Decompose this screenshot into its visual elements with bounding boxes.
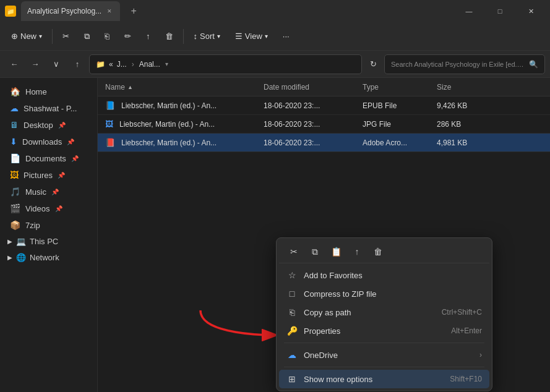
address-j: J... bbox=[117, 60, 127, 69]
down-button[interactable]: ∨ bbox=[47, 55, 66, 74]
sidebar-item-shashwat[interactable]: ☁ Shashwat - P... bbox=[2, 100, 95, 116]
ctx-paste-button[interactable]: 📋 bbox=[326, 243, 346, 260]
delete-button[interactable]: 🗑 bbox=[159, 26, 179, 47]
new-button[interactable]: ⊕ New ▾ bbox=[5, 26, 48, 47]
cut-button[interactable]: ✂ bbox=[56, 26, 75, 47]
column-date-header[interactable]: Date modified bbox=[264, 83, 363, 92]
column-type-header[interactable]: Type bbox=[363, 83, 437, 92]
sidebar-item-downloads-label: Downloads bbox=[22, 137, 62, 147]
7zip-icon: 📦 bbox=[10, 220, 20, 230]
address-part-1: « bbox=[109, 60, 113, 69]
ctx-share-button[interactable]: ↑ bbox=[347, 243, 367, 260]
sidebar-item-desktop-label: Desktop bbox=[24, 121, 53, 130]
active-tab[interactable]: Analytical Psycholog... ✕ bbox=[21, 1, 120, 21]
pin-icon-6: 📌 bbox=[55, 205, 62, 212]
file-date-1: 18-06-2020 23:... bbox=[264, 120, 363, 129]
properties-icon: 🔑 bbox=[286, 326, 298, 336]
col-type-label: Type bbox=[363, 83, 379, 92]
sidebar-item-downloads[interactable]: ⬇ Downloads 📌 bbox=[2, 134, 95, 150]
documents-icon: 📄 bbox=[10, 153, 20, 163]
copy-icon: ⧉ bbox=[84, 32, 90, 41]
main-content: 🏠 Home ☁ Shashwat - P... 🖥 Desktop 📌 ⬇ D… bbox=[0, 78, 550, 392]
ctx-onedrive[interactable]: ☁ OneDrive › bbox=[279, 346, 489, 364]
pictures-icon: 🖼 bbox=[10, 170, 19, 180]
ctx-divider-2 bbox=[284, 367, 484, 367]
sidebar-item-home-label: Home bbox=[25, 87, 47, 96]
refresh-button[interactable]: ↻ bbox=[364, 56, 382, 73]
view-dropdown-icon: ▾ bbox=[265, 33, 268, 40]
pin-icon: 📌 bbox=[58, 122, 66, 129]
ctx-add-to-favorites[interactable]: ☆ Add to Favorites bbox=[279, 266, 489, 284]
pdf-icon-2: 📕 bbox=[105, 138, 115, 147]
column-name-header[interactable]: Name ▲ bbox=[103, 83, 264, 92]
rename-button[interactable]: ✏ bbox=[118, 26, 137, 47]
maximize-button[interactable]: □ bbox=[486, 2, 514, 20]
file-name-0: 📘 Liebscher, Martin (ed.) - An... bbox=[103, 101, 264, 110]
more-icon: ··· bbox=[283, 32, 290, 41]
ctx-compress-zip[interactable]: □ Compress to ZIP file bbox=[279, 284, 489, 303]
expand-icon: ▶ bbox=[7, 238, 12, 245]
folder-icon: 📁 bbox=[96, 60, 105, 69]
back-button[interactable]: ← bbox=[5, 55, 24, 74]
add-tab-button[interactable]: + bbox=[125, 2, 142, 20]
sort-label: Sort bbox=[200, 32, 215, 41]
ctx-onedrive-label: OneDrive bbox=[304, 351, 473, 360]
sort-button[interactable]: ↕ Sort ▾ bbox=[187, 26, 226, 47]
arrow-indicator bbox=[194, 304, 281, 341]
cut-icon: ✂ bbox=[62, 32, 69, 41]
ctx-copy-as-path-shortcut: Ctrl+Shift+C bbox=[442, 308, 482, 317]
close-button[interactable]: ✕ bbox=[517, 2, 545, 20]
file-row-1[interactable]: 🖼 Liebscher, Martin (ed.) - An... 18-06-… bbox=[98, 115, 550, 134]
pin-icon-5: 📌 bbox=[51, 189, 59, 195]
sidebar-item-pictures[interactable]: 🖼 Pictures 📌 bbox=[2, 167, 95, 183]
ctx-show-more-options-label: Show more options bbox=[304, 375, 444, 384]
tab-close-button[interactable]: ✕ bbox=[105, 7, 114, 15]
search-icon: 🔍 bbox=[529, 60, 538, 69]
address-bar[interactable]: 📁 « J... › Anal... ▾ bbox=[89, 54, 362, 74]
more-options-icon: ⊞ bbox=[286, 374, 298, 384]
search-bar[interactable]: Search Analytical Psychology in Exile [e… bbox=[384, 54, 545, 74]
music-icon: 🎵 bbox=[10, 187, 20, 197]
sidebar-item-videos-label: Videos bbox=[25, 204, 50, 213]
sidebar-section-this-pc[interactable]: ▶ 💻 This PC bbox=[2, 234, 95, 249]
epub-icon-0: 📘 bbox=[105, 101, 115, 110]
sidebar-this-pc-label: This PC bbox=[30, 237, 58, 246]
sidebar-item-7zip[interactable]: 📦 7zip bbox=[2, 217, 95, 233]
file-row-2[interactable]: 📕 Liebscher, Martin (ed.) - An... 18-06-… bbox=[98, 134, 550, 152]
ctx-copy-as-path[interactable]: ⎗ Copy as path Ctrl+Shift+C bbox=[279, 303, 489, 322]
file-size-1: 286 KB bbox=[437, 120, 486, 129]
paste-button[interactable]: ⎗ bbox=[98, 26, 116, 47]
file-size-0: 9,426 KB bbox=[437, 101, 486, 110]
up-button[interactable]: ↑ bbox=[68, 55, 87, 74]
ctx-cut-button[interactable]: ✂ bbox=[284, 243, 304, 260]
cloud-icon: ☁ bbox=[10, 103, 19, 113]
file-row-0[interactable]: 📘 Liebscher, Martin (ed.) - An... 18-06-… bbox=[98, 96, 550, 115]
ctx-properties[interactable]: 🔑 Properties Alt+Enter bbox=[279, 322, 489, 340]
sidebar-network-label: Network bbox=[30, 253, 59, 262]
share-button[interactable]: ↑ bbox=[140, 26, 157, 47]
sidebar-item-music[interactable]: 🎵 Music 📌 bbox=[2, 184, 95, 200]
copy-button[interactable]: ⧉ bbox=[78, 26, 96, 47]
home-icon: 🏠 bbox=[10, 87, 20, 96]
view-button[interactable]: ☰ View ▾ bbox=[229, 26, 274, 47]
ctx-copy-as-path-label: Copy as path bbox=[304, 308, 436, 317]
sidebar-item-videos[interactable]: 🎬 Videos 📌 bbox=[2, 200, 95, 216]
ctx-copy-button[interactable]: ⧉ bbox=[305, 243, 325, 260]
sort-indicator: ▲ bbox=[127, 84, 133, 90]
sidebar-item-documents[interactable]: 📄 Documents 📌 bbox=[2, 150, 95, 166]
downloads-icon: ⬇ bbox=[10, 137, 17, 147]
sort-icon: ↕ bbox=[194, 32, 198, 41]
ctx-delete-button[interactable]: 🗑 bbox=[368, 243, 388, 260]
ctx-show-more-options[interactable]: ⊞ Show more options Shift+F10 bbox=[279, 370, 489, 388]
new-label: New bbox=[20, 32, 37, 41]
more-button[interactable]: ··· bbox=[277, 26, 296, 47]
pin-icon-3: 📌 bbox=[71, 155, 79, 162]
sidebar-section-network[interactable]: ▶ 🌐 Network bbox=[2, 250, 95, 265]
forward-button[interactable]: → bbox=[26, 55, 45, 74]
sidebar-item-home[interactable]: 🏠 Home bbox=[2, 83, 95, 100]
sidebar-item-desktop[interactable]: 🖥 Desktop 📌 bbox=[2, 117, 95, 133]
minimize-button[interactable]: — bbox=[455, 2, 483, 20]
column-size-header[interactable]: Size bbox=[437, 83, 486, 92]
file-list-header: Name ▲ Date modified Type Size bbox=[98, 78, 550, 96]
file-size-2: 4,981 KB bbox=[437, 138, 486, 147]
